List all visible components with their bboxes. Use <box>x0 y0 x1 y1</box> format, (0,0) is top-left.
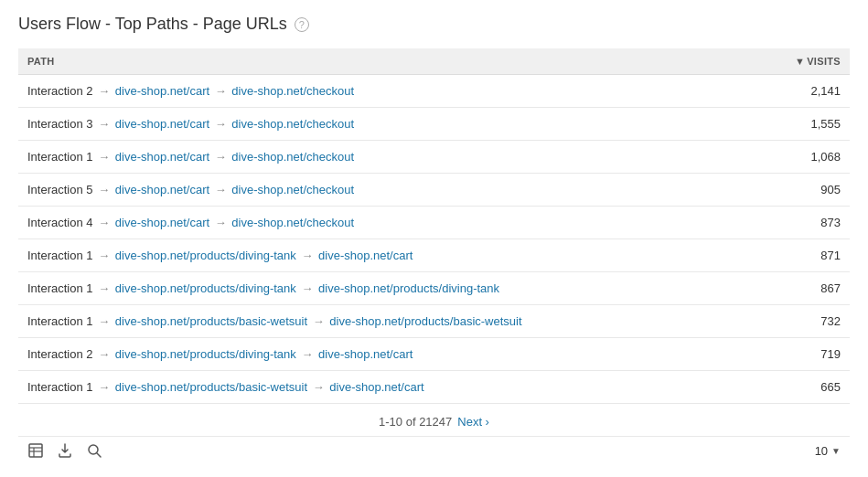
visits-cell: 732 <box>757 305 850 338</box>
arrow-icon: → <box>95 150 113 164</box>
rows-per-page-value: 10 <box>815 444 828 458</box>
visits-cell: 665 <box>757 371 850 404</box>
table-row: Interaction 1 → dive-shop.net/products/d… <box>18 239 850 272</box>
interaction-label: Interaction 5 <box>27 183 93 196</box>
url-label: dive-shop.net/products/basic-wetsuit <box>115 314 307 328</box>
path-cell: Interaction 4 → dive-shop.net/cart → div… <box>18 207 757 239</box>
svg-rect-0 <box>29 444 42 457</box>
url-label: dive-shop.net/cart <box>115 183 209 196</box>
table-row: Interaction 4 → dive-shop.net/cart → div… <box>18 207 850 239</box>
interaction-label: Interaction 1 <box>27 314 93 328</box>
url-label: dive-shop.net/products/diving-tank <box>115 281 296 295</box>
page-title: Users Flow - Top Paths - Page URLs ? <box>18 15 850 34</box>
url-label: dive-shop.net/checkout <box>231 150 354 164</box>
interaction-label: Interaction 3 <box>27 117 93 131</box>
path-cell: Interaction 1 → dive-shop.net/products/d… <box>18 272 757 305</box>
path-cell: Interaction 1 → dive-shop.net/products/b… <box>18 371 757 404</box>
pagination-row: 1-10 of 21247 Next › <box>18 404 850 436</box>
table-row: Interaction 2 → dive-shop.net/products/d… <box>18 338 850 371</box>
url-label: dive-shop.net/cart <box>329 380 423 394</box>
arrow-icon: → <box>95 117 113 131</box>
interaction-label: Interaction 4 <box>27 216 93 229</box>
export-icon[interactable] <box>57 442 73 459</box>
bottom-icons <box>27 442 102 459</box>
path-cell: Interaction 1 → dive-shop.net/products/b… <box>18 305 757 338</box>
url-label: dive-shop.net/cart <box>115 216 209 229</box>
table-row: Interaction 2 → dive-shop.net/cart → div… <box>18 75 850 108</box>
arrow-icon: → <box>95 216 113 229</box>
interaction-label: Interaction 1 <box>27 150 93 164</box>
search-icon[interactable] <box>86 442 102 459</box>
bottom-bar: 10 ▼ <box>18 436 850 462</box>
title-text: Users Flow - Top Paths - Page URLs <box>18 15 287 34</box>
url-label: dive-shop.net/checkout <box>231 84 354 98</box>
visits-cell: 1,555 <box>757 108 850 141</box>
url-label: dive-shop.net/checkout <box>231 183 354 196</box>
arrow-icon: → <box>211 84 230 98</box>
table-row: Interaction 1 → dive-shop.net/products/b… <box>18 305 850 338</box>
help-icon[interactable]: ? <box>295 17 309 32</box>
interaction-label: Interaction 1 <box>27 380 93 394</box>
interaction-label: Interaction 2 <box>27 84 93 98</box>
arrow-icon: → <box>298 347 316 361</box>
arrow-icon: → <box>95 314 113 328</box>
url-label: dive-shop.net/products/basic-wetsuit <box>329 314 521 328</box>
visits-cell: 2,141 <box>757 75 850 108</box>
url-label: dive-shop.net/cart <box>318 347 413 361</box>
table-row: Interaction 1 → dive-shop.net/cart → div… <box>18 141 850 174</box>
table-row: Interaction 3 → dive-shop.net/cart → div… <box>18 108 850 141</box>
url-label: dive-shop.net/cart <box>115 84 209 98</box>
rows-dropdown-arrow[interactable]: ▼ <box>831 446 841 456</box>
arrow-icon: → <box>298 281 316 295</box>
arrow-icon: → <box>309 314 327 328</box>
url-label: dive-shop.net/checkout <box>231 117 354 131</box>
path-cell: Interaction 1 → dive-shop.net/products/d… <box>18 239 757 272</box>
table-row: Interaction 1 → dive-shop.net/products/b… <box>18 371 850 404</box>
sort-arrow-icon: ▼ <box>795 56 805 67</box>
page-wrapper: Users Flow - Top Paths - Page URLs ? PAT… <box>0 0 868 473</box>
visits-cell: 1,068 <box>757 141 850 174</box>
path-cell: Interaction 5 → dive-shop.net/cart → div… <box>18 174 757 207</box>
url-label: dive-shop.net/products/diving-tank <box>115 249 296 262</box>
table-icon[interactable] <box>27 442 44 459</box>
col-header-visits[interactable]: ▼VISITS <box>757 48 850 75</box>
arrow-icon: → <box>211 216 230 229</box>
next-link[interactable]: Next › <box>457 415 489 429</box>
arrow-icon: → <box>211 183 230 196</box>
visits-cell: 867 <box>757 272 850 305</box>
col-header-path: PATH <box>18 48 757 75</box>
path-cell: Interaction 2 → dive-shop.net/products/d… <box>18 338 757 371</box>
arrow-icon: → <box>95 183 113 196</box>
url-label: dive-shop.net/products/basic-wetsuit <box>115 380 307 394</box>
url-label: dive-shop.net/cart <box>115 117 209 131</box>
interaction-label: Interaction 1 <box>27 249 93 262</box>
arrow-icon: → <box>309 380 327 394</box>
interaction-label: Interaction 1 <box>27 281 93 295</box>
table-header-row: PATH ▼VISITS <box>18 48 850 75</box>
arrow-icon: → <box>95 249 113 262</box>
table-row: Interaction 1 → dive-shop.net/products/d… <box>18 272 850 305</box>
url-label: dive-shop.net/checkout <box>231 216 354 229</box>
svg-line-5 <box>97 453 101 457</box>
path-cell: Interaction 2 → dive-shop.net/cart → div… <box>18 75 757 108</box>
visits-cell: 905 <box>757 174 850 207</box>
url-label: dive-shop.net/cart <box>318 249 413 262</box>
visits-cell: 873 <box>757 207 850 239</box>
arrow-icon: → <box>298 249 316 262</box>
arrow-icon: → <box>211 117 230 131</box>
path-cell: Interaction 3 → dive-shop.net/cart → div… <box>18 108 757 141</box>
interaction-label: Interaction 2 <box>27 347 93 361</box>
url-label: dive-shop.net/products/diving-tank <box>318 281 499 295</box>
visits-cell: 871 <box>757 239 850 272</box>
visits-cell: 719 <box>757 338 850 371</box>
arrow-icon: → <box>95 347 113 361</box>
table-row: Interaction 5 → dive-shop.net/cart → div… <box>18 174 850 207</box>
path-cell: Interaction 1 → dive-shop.net/cart → div… <box>18 141 757 174</box>
data-table: PATH ▼VISITS Interaction 2 → dive-shop.n… <box>18 48 850 404</box>
arrow-icon: → <box>95 281 113 295</box>
url-label: dive-shop.net/products/diving-tank <box>115 347 296 361</box>
arrow-icon: → <box>95 380 113 394</box>
bottom-right: 10 ▼ <box>815 444 841 458</box>
url-label: dive-shop.net/cart <box>115 150 209 164</box>
arrow-icon: → <box>211 150 230 164</box>
